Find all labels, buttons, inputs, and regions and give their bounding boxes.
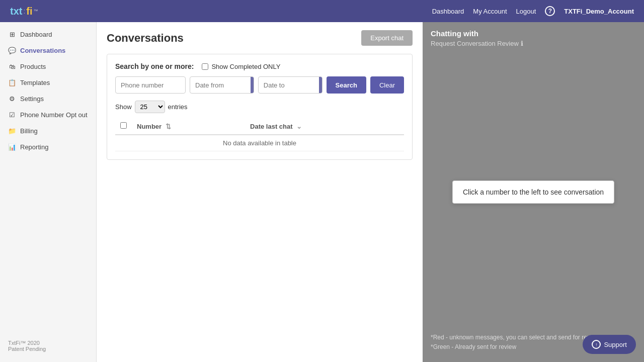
sidebar-item-reporting[interactable]: 📊 Reporting [0, 139, 96, 155]
account-name: TXTFi_Demo_Account [564, 8, 634, 15]
main-content: Conversations Export chat Search by one … [97, 22, 423, 362]
search-by-label: Search by one or more: [115, 62, 194, 70]
th-checkbox [115, 118, 132, 135]
top-nav-links: Dashboard My Account Logout ? TXTFi_Demo… [432, 6, 634, 16]
sidebar: ⊞ Dashboard 💬 Conversations 🛍 Products 📋… [0, 22, 97, 362]
support-button[interactable]: ↑ Support [583, 335, 636, 354]
entries-label: entries [168, 103, 188, 111]
billing-icon: 📁 [8, 127, 16, 135]
clear-button[interactable]: Clear [370, 76, 404, 94]
th-date-last-chat[interactable]: Date last chat ⌄ [245, 118, 404, 135]
optout-icon: ☑ [8, 111, 16, 119]
show-completed-text: Show Completed ONLY [211, 63, 280, 70]
right-panel-footer: *Red - unknown messages, you can select … [431, 333, 599, 352]
page-title: Conversations [107, 32, 184, 45]
show-completed-label[interactable]: Show Completed ONLY [202, 63, 280, 70]
right-panel-header: Chatting with Request Conversation Revie… [423, 22, 644, 51]
footer-green-note: *Green - Already sent for review [431, 342, 599, 352]
request-review-label: Request Conversation Review [431, 40, 519, 47]
conversations-table: Number ⇅ Date last chat ⌄ No data availa… [115, 118, 404, 151]
search-label-row: Search by one or more: Show Completed ON… [115, 62, 404, 70]
show-completed-checkbox[interactable] [202, 63, 208, 70]
page-layout: ⊞ Dashboard 💬 Conversations 🛍 Products 📋… [0, 22, 644, 362]
nav-myaccount-link[interactable]: My Account [473, 8, 507, 15]
sidebar-item-label: Templates [20, 79, 50, 86]
nav-logout-link[interactable]: Logout [516, 8, 536, 15]
logo-fi: fi [26, 6, 32, 17]
nav-dashboard-link[interactable]: Dashboard [432, 8, 464, 15]
table-row: No data available in table [115, 135, 404, 151]
date-to-wrap: 📅 [258, 76, 323, 94]
th-number-label: Number [137, 123, 162, 130]
date-to-calendar-button[interactable]: 📅 [319, 76, 323, 94]
show-label: Show [115, 103, 132, 111]
support-circle-icon: ↑ [592, 340, 601, 349]
show-entries-row: Show 10 25 50 100 entries [115, 101, 404, 113]
top-navigation: txt:fi™ Dashboard My Account Logout ? TX… [0, 0, 644, 22]
request-review-link[interactable]: Request Conversation Review ℹ [431, 40, 636, 47]
date-from-calendar-button[interactable]: 📅 [251, 76, 254, 94]
click-number-tooltip: Click a number to the left to see conver… [452, 180, 614, 204]
search-area: Search by one or more: Show Completed ON… [107, 54, 413, 160]
footer-line2: Patent Pending [8, 346, 88, 352]
search-button[interactable]: Search [327, 76, 366, 94]
sidebar-item-dashboard[interactable]: ⊞ Dashboard [0, 26, 96, 42]
settings-icon: ⚙ [8, 95, 16, 103]
sidebar-item-label: Dashboard [20, 31, 52, 38]
entries-select[interactable]: 10 25 50 100 [135, 101, 165, 113]
reporting-icon: 📊 [8, 143, 16, 151]
support-label: Support [604, 341, 627, 348]
sidebar-item-products[interactable]: 🛍 Products [0, 58, 96, 74]
sidebar-item-templates[interactable]: 📋 Templates [0, 74, 96, 90]
conversations-icon: 💬 [8, 46, 16, 54]
select-all-checkbox[interactable] [120, 122, 127, 129]
sidebar-item-label: Settings [20, 95, 44, 103]
export-chat-button[interactable]: Export chat [361, 30, 413, 46]
logo-txt: txt [10, 6, 22, 17]
footer-line1: TxtFi™ 2020 [8, 340, 88, 346]
footer-red-note: *Red - unknown messages, you can select … [431, 333, 599, 342]
sidebar-item-billing[interactable]: 📁 Billing [0, 123, 96, 139]
info-icon: ℹ [521, 40, 523, 47]
number-sort-icon: ⇅ [166, 123, 171, 130]
sidebar-item-settings[interactable]: ⚙ Settings [0, 90, 96, 107]
date-from-input[interactable] [190, 78, 251, 92]
dashboard-icon: ⊞ [8, 30, 16, 38]
right-panel: Chatting with Request Conversation Revie… [423, 22, 644, 362]
chatting-with-label: Chatting with [431, 29, 636, 38]
th-date-label: Date last chat [250, 123, 293, 130]
sidebar-item-label: Phone Number Opt out [20, 111, 88, 119]
logo: txt:fi™ [10, 6, 38, 17]
sidebar-item-label: Conversations [20, 47, 65, 54]
search-inputs-row: 📅 📅 Search Clear [115, 76, 404, 94]
sidebar-item-label: Products [20, 63, 46, 70]
help-icon[interactable]: ? [545, 6, 555, 16]
sidebar-item-phone-number-opt-out[interactable]: ☑ Phone Number Opt out [0, 107, 96, 123]
empty-message: No data available in table [115, 135, 404, 151]
sidebar-item-label: Reporting [20, 143, 48, 151]
products-icon: 🛍 [8, 62, 16, 70]
th-number[interactable]: Number ⇅ [132, 118, 245, 135]
page-header: Conversations Export chat [107, 30, 413, 46]
date-from-wrap: 📅 [190, 76, 254, 94]
sidebar-item-label: Billing [20, 127, 38, 135]
sidebar-item-conversations[interactable]: 💬 Conversations [0, 42, 96, 58]
table-header-row: Number ⇅ Date last chat ⌄ [115, 118, 404, 135]
phone-number-input[interactable] [115, 76, 186, 94]
sidebar-footer: TxtFi™ 2020 Patent Pending [0, 334, 96, 358]
templates-icon: 📋 [8, 78, 16, 86]
date-to-input[interactable] [259, 78, 319, 92]
date-sort-icon: ⌄ [296, 123, 302, 130]
